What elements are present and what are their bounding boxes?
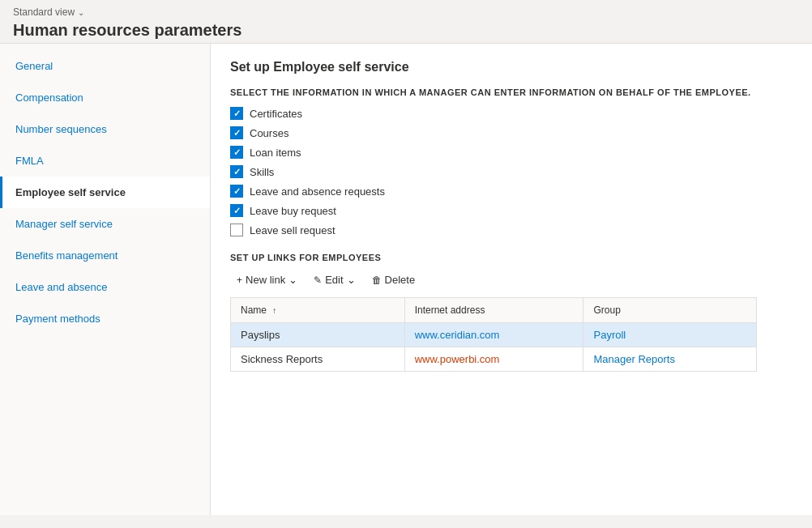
sort-icon: ↑ (272, 306, 276, 315)
sidebar-item-fmla[interactable]: FMLA (0, 145, 210, 177)
group-value: Manager Reports (593, 353, 674, 365)
cell-name: Sickness Reports (231, 347, 405, 372)
cell-name: Payslips (231, 323, 405, 347)
sidebar-item-compensation[interactable]: Compensation (0, 82, 210, 113)
checkbox-leave-sell-request[interactable] (230, 224, 243, 236)
checkbox-row-leave-sell-request: Leave sell request (230, 224, 793, 236)
sidebar-item-payment-methods[interactable]: Payment methods (0, 303, 210, 334)
delete-icon: 🗑 (372, 275, 382, 286)
chevron-down-icon: ⌄ (78, 8, 84, 17)
cell-internet-address[interactable]: www.ceridian.com (404, 323, 583, 347)
checkbox-row-leave-buy-request: Leave buy request (230, 204, 793, 217)
sidebar-item-employee-self-service[interactable]: Employee self service (0, 177, 210, 208)
edit-label: Edit (325, 274, 343, 286)
sidebar-item-benefits-management[interactable]: Benefits management (0, 240, 210, 271)
checkbox-label-leave-sell-request: Leave sell request (250, 224, 335, 236)
sidebar-item-leave-and-absence[interactable]: Leave and absence (0, 271, 210, 303)
standard-view-dropdown[interactable]: Standard view ⌄ (13, 6, 799, 18)
checkbox-row-leave-absence-requests: Leave and absence requests (230, 185, 793, 198)
new-link-chevron-icon: ⌄ (288, 274, 297, 286)
checkbox-courses[interactable] (230, 126, 243, 139)
checkbox-label-leave-absence-requests: Leave and absence requests (250, 185, 385, 198)
cell-group: Payroll (583, 323, 757, 347)
edit-chevron-icon: ⌄ (347, 274, 356, 286)
sidebar-item-general[interactable]: General (0, 50, 210, 82)
edit-icon: ✎ (314, 275, 322, 286)
edit-button[interactable]: ✎ Edit ⌄ (307, 270, 361, 289)
checkbox-label-certificates: Certificates (250, 108, 302, 120)
column-group: Group (583, 298, 757, 323)
links-section-title: SET UP LINKS FOR EMPLOYEES (230, 253, 793, 262)
table-row[interactable]: Payslipswww.ceridian.comPayroll (231, 323, 757, 347)
cell-group: Manager Reports (583, 347, 757, 372)
checkbox-row-certificates: Certificates (230, 107, 793, 120)
column-internet-address: Internet address (404, 298, 583, 323)
links-table: Name ↑ Internet address Group Payslipsww… (230, 297, 757, 372)
checkbox-label-leave-buy-request: Leave buy request (250, 205, 336, 217)
new-link-label: New link (246, 274, 285, 286)
sidebar-item-number-sequences[interactable]: Number sequences (0, 113, 210, 145)
sidebar-item-manager-self-service[interactable]: Manager self service (0, 208, 210, 240)
cell-internet-address[interactable]: www.powerbi.com (404, 347, 583, 372)
internet-address-link[interactable]: www.powerbi.com (415, 353, 500, 365)
checkbox-certificates[interactable] (230, 107, 243, 120)
checkbox-loan-items[interactable] (230, 146, 243, 159)
standard-view-label: Standard view (13, 6, 75, 18)
checkbox-leave-absence-requests[interactable] (230, 185, 243, 198)
instruction-text: SELECT THE INFORMATION IN WHICH A MANAGE… (230, 87, 793, 97)
checkbox-row-skills: Skills (230, 165, 793, 178)
delete-label: Delete (385, 274, 416, 286)
sidebar: GeneralCompensationNumber sequencesFMLAE… (0, 44, 211, 515)
checkbox-label-courses: Courses (250, 127, 288, 139)
checkbox-list: CertificatesCoursesLoan itemsSkillsLeave… (230, 107, 793, 236)
page-title: Human resources parameters (13, 21, 799, 40)
checkbox-row-courses: Courses (230, 126, 793, 139)
group-value: Payroll (593, 329, 626, 341)
table-row[interactable]: Sickness Reportswww.powerbi.comManager R… (231, 347, 757, 372)
checkbox-label-skills: Skills (250, 166, 274, 178)
column-name[interactable]: Name ↑ (231, 298, 405, 323)
checkbox-label-loan-items: Loan items (250, 147, 301, 159)
internet-address-link[interactable]: www.ceridian.com (415, 329, 500, 341)
checkbox-skills[interactable] (230, 165, 243, 178)
content-area: Set up Employee self service SELECT THE … (211, 44, 812, 515)
delete-button[interactable]: 🗑 Delete (365, 270, 422, 289)
checkbox-row-loan-items: Loan items (230, 146, 793, 159)
section-title: Set up Employee self service (230, 60, 793, 75)
plus-icon: + (237, 275, 242, 286)
new-link-button[interactable]: + New link ⌄ (230, 270, 304, 289)
toolbar: + New link ⌄ ✎ Edit ⌄ 🗑 Delete (230, 270, 793, 289)
checkbox-leave-buy-request[interactable] (230, 204, 243, 217)
